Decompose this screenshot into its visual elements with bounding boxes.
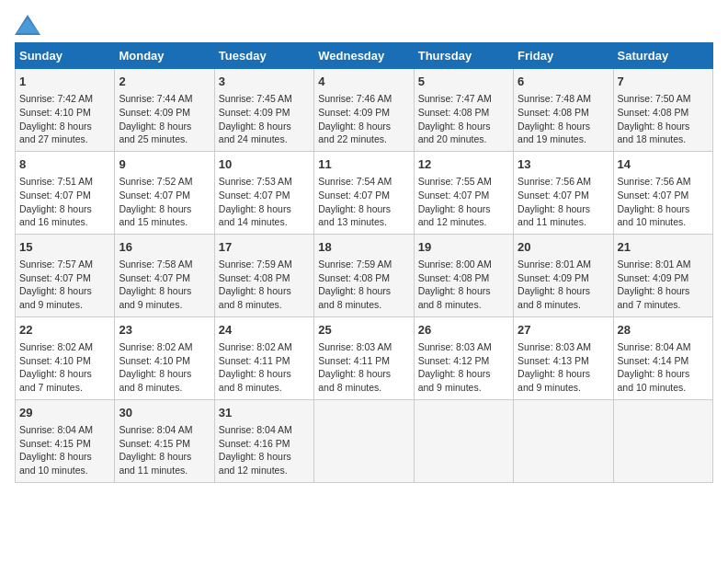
day-number: 6 [518,74,609,90]
calendar-table: SundayMondayTuesdayWednesdayThursdayFrid… [15,42,713,483]
page-header [15,15,713,35]
calendar-cell: 6Sunrise: 7:48 AMSunset: 4:08 PMDaylight… [514,69,613,152]
day-number: 2 [119,74,210,90]
calendar-cell: 5Sunrise: 7:47 AMSunset: 4:08 PMDaylight… [414,69,513,152]
day-number: 3 [219,74,310,90]
day-number: 28 [618,322,709,339]
calendar-cell: 31Sunrise: 8:04 AMSunset: 4:16 PMDayligh… [214,399,313,482]
calendar-cell: 7Sunrise: 7:50 AMSunset: 4:08 PMDaylight… [613,69,712,152]
calendar-cell: 16Sunrise: 7:58 AMSunset: 4:07 PMDayligh… [115,234,214,316]
day-number: 4 [318,74,409,90]
day-number: 21 [618,239,709,256]
day-number: 27 [518,322,609,339]
calendar-cell: 12Sunrise: 7:55 AMSunset: 4:07 PMDayligh… [414,151,513,234]
calendar-cell: 8Sunrise: 7:51 AMSunset: 4:07 PMDaylight… [16,151,115,234]
day-number: 15 [19,239,110,256]
day-number: 1 [19,74,110,90]
day-number: 29 [19,405,110,421]
header-cell-thursday: Thursday [414,43,513,69]
calendar-cell: 28Sunrise: 8:04 AMSunset: 4:14 PMDayligh… [613,316,712,399]
header-cell-wednesday: Wednesday [314,43,414,69]
day-number: 11 [318,156,409,173]
calendar-cell: 23Sunrise: 8:02 AMSunset: 4:10 PMDayligh… [115,316,214,399]
day-number: 13 [518,156,609,173]
day-number: 23 [119,322,210,339]
calendar-cell: 26Sunrise: 8:03 AMSunset: 4:12 PMDayligh… [414,316,513,399]
calendar-cell: 29Sunrise: 8:04 AMSunset: 4:15 PMDayligh… [16,399,115,482]
calendar-cell: 10Sunrise: 7:53 AMSunset: 4:07 PMDayligh… [214,151,313,234]
day-number: 5 [418,74,509,90]
day-number: 22 [19,322,110,339]
day-number: 14 [618,156,709,173]
day-number: 25 [318,322,409,339]
calendar-cell: 13Sunrise: 7:56 AMSunset: 4:07 PMDayligh… [514,151,613,234]
calendar-cell: 11Sunrise: 7:54 AMSunset: 4:07 PMDayligh… [314,151,414,234]
logo [15,15,44,35]
day-number: 20 [518,239,609,256]
calendar-cell: 4Sunrise: 7:46 AMSunset: 4:09 PMDaylight… [314,69,414,152]
day-number: 12 [418,156,509,173]
week-row-4: 22Sunrise: 8:02 AMSunset: 4:10 PMDayligh… [16,316,713,399]
day-number: 24 [219,322,310,339]
svg-marker-1 [17,18,39,33]
calendar-cell [613,399,712,482]
header-cell-monday: Monday [115,43,214,69]
day-number: 17 [219,239,310,256]
calendar-cell: 17Sunrise: 7:59 AMSunset: 4:08 PMDayligh… [214,234,313,316]
day-number: 8 [19,156,110,173]
calendar-cell: 1Sunrise: 7:42 AMSunset: 4:10 PMDaylight… [16,69,115,152]
calendar-cell: 20Sunrise: 8:01 AMSunset: 4:09 PMDayligh… [514,234,613,316]
week-row-2: 8Sunrise: 7:51 AMSunset: 4:07 PMDaylight… [16,151,713,234]
calendar-body: 1Sunrise: 7:42 AMSunset: 4:10 PMDaylight… [16,69,713,483]
calendar-cell: 14Sunrise: 7:56 AMSunset: 4:07 PMDayligh… [613,151,712,234]
calendar-header: SundayMondayTuesdayWednesdayThursdayFrid… [16,43,713,69]
calendar-cell [414,399,513,482]
calendar-cell: 24Sunrise: 8:02 AMSunset: 4:11 PMDayligh… [214,316,313,399]
day-number: 16 [119,239,210,256]
day-number: 10 [219,156,310,173]
week-row-3: 15Sunrise: 7:57 AMSunset: 4:07 PMDayligh… [16,234,713,316]
calendar-cell [514,399,613,482]
calendar-cell: 19Sunrise: 8:00 AMSunset: 4:08 PMDayligh… [414,234,513,316]
day-number: 9 [119,156,210,173]
calendar-cell: 9Sunrise: 7:52 AMSunset: 4:07 PMDaylight… [115,151,214,234]
week-row-5: 29Sunrise: 8:04 AMSunset: 4:15 PMDayligh… [16,399,713,482]
day-number: 18 [318,239,409,256]
header-cell-saturday: Saturday [613,43,712,69]
calendar-cell: 22Sunrise: 8:02 AMSunset: 4:10 PMDayligh… [16,316,115,399]
day-number: 19 [418,239,509,256]
calendar-cell: 30Sunrise: 8:04 AMSunset: 4:15 PMDayligh… [115,399,214,482]
calendar-cell: 2Sunrise: 7:44 AMSunset: 4:09 PMDaylight… [115,69,214,152]
calendar-cell: 18Sunrise: 7:59 AMSunset: 4:08 PMDayligh… [314,234,414,316]
calendar-cell [314,399,414,482]
day-number: 7 [618,74,709,90]
week-row-1: 1Sunrise: 7:42 AMSunset: 4:10 PMDaylight… [16,69,713,152]
calendar-cell: 21Sunrise: 8:01 AMSunset: 4:09 PMDayligh… [613,234,712,316]
calendar-cell: 25Sunrise: 8:03 AMSunset: 4:11 PMDayligh… [314,316,414,399]
logo-icon [15,15,40,35]
day-number: 26 [418,322,509,339]
day-number: 31 [219,405,310,421]
header-row: SundayMondayTuesdayWednesdayThursdayFrid… [16,43,713,69]
header-cell-friday: Friday [514,43,613,69]
day-number: 30 [119,405,210,421]
header-cell-sunday: Sunday [16,43,115,69]
calendar-cell: 15Sunrise: 7:57 AMSunset: 4:07 PMDayligh… [16,234,115,316]
calendar-cell: 27Sunrise: 8:03 AMSunset: 4:13 PMDayligh… [514,316,613,399]
header-cell-tuesday: Tuesday [214,43,313,69]
calendar-cell: 3Sunrise: 7:45 AMSunset: 4:09 PMDaylight… [214,69,313,152]
